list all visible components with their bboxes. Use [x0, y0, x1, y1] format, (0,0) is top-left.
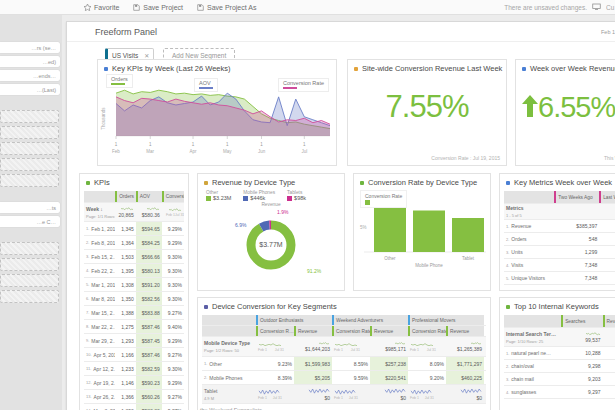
table-row[interactable]: 1.Revenue$385,397	[504, 220, 615, 233]
sidebar-item-placeholder[interactable]	[0, 258, 59, 271]
sidebar-item[interactable]: …e C…	[0, 216, 60, 227]
column-header[interactable]: Conversion R…	[256, 326, 294, 336]
save-project-button[interactable]: Save Project	[133, 4, 183, 11]
sidebar-item[interactable]: …ed)	[0, 56, 60, 67]
svg-text:Mobile Phone: Mobile Phone	[415, 263, 443, 268]
donut-chart[interactable]: $3.77M91.2%6.9%1.9%	[201, 207, 341, 281]
table-row[interactable]: 12.Apr 19, 2…1,146$590.239.29%	[84, 376, 184, 390]
card-bullet	[204, 181, 208, 185]
pinned-row[interactable]: Tablet4.9 MFeb 1Jul 31$0Feb 1Jul 31$0Feb…	[202, 385, 486, 404]
row-header[interactable]: Week ↓Page: 1/1 Rows: 15	[84, 203, 115, 221]
sidebar-item-placeholder[interactable]	[0, 126, 59, 139]
table-row[interactable]: 1.Feb 1, 20151,345$594.659.29%	[84, 222, 184, 236]
footnote: Conversion Rate : Jul 19, 2015	[431, 155, 500, 161]
top-toolbar: Favorite Save Project Save Project As Th…	[0, 0, 615, 15]
column-header[interactable]: AOV	[136, 191, 162, 202]
segment-group-header[interactable]: Professional Movers	[408, 315, 484, 325]
svg-text:1: 1	[192, 142, 195, 147]
table-row[interactable]: 10.Apr 5, 20151,166$587.469.27%	[84, 348, 184, 362]
summary-cell: 20,865	[115, 203, 135, 221]
column-header[interactable]: Revenue	[603, 315, 615, 327]
panel-date-range[interactable]: Feb 1, 2015 - Jul 31, 2015	[601, 29, 615, 35]
y-axis-label: Thousands	[101, 102, 106, 136]
row-header[interactable]: Internal Search Ter…Page: 1/10 Rows: 25	[504, 328, 561, 346]
table-row[interactable]: 2.chain/oval9,298	[504, 360, 615, 373]
table-row[interactable]: 4.Visits7,348	[504, 259, 615, 272]
sparkline	[410, 389, 432, 396]
sidebar-item-placeholder[interactable]	[0, 110, 59, 123]
sidebar-item[interactable]: …(Last)	[0, 84, 60, 95]
summary-cell: Feb 1Jul 31	[162, 203, 184, 221]
column-header[interactable]: Searches	[561, 315, 602, 327]
area-chart[interactable]: 1Feb1Mar1Apr1May1Jun1Jul	[108, 84, 334, 162]
card-key-kpis: Key KPIs by Week (Last 26 Weeks) Thousan…	[97, 59, 337, 166]
card-bullet	[360, 181, 364, 185]
column-header[interactable]: Conversion Rate	[408, 326, 446, 336]
column-header[interactable]: Conversion R…	[162, 191, 184, 202]
sidebar-item-placeholder[interactable]	[0, 174, 59, 187]
column-header[interactable]: Revenue	[370, 326, 408, 336]
sidebar-item-placeholder[interactable]	[0, 158, 59, 171]
donut-legend-item[interactable]: Other$3.23M	[206, 190, 231, 201]
save-project-as-button[interactable]: Save Project As	[197, 4, 256, 11]
table-row[interactable]: 5.Mar 1, 20151,308$591.209.30%	[84, 278, 184, 292]
sidebar-item[interactable]: …ts	[0, 202, 60, 213]
segment-group-header[interactable]: Outdoor Enthusiasts	[256, 315, 332, 325]
favorite-button[interactable]: Favorite	[84, 4, 119, 11]
svg-text:Tablet: Tablet	[462, 256, 475, 261]
table-row[interactable]: 3.chain mail9,203	[504, 373, 615, 386]
table-row[interactable]: 3.Units1,299	[504, 246, 615, 259]
summary-cell: Feb 1Jul 31	[332, 337, 370, 356]
row-header[interactable]: Mobile Device TypePage: 1/2 Rows: 50	[202, 337, 256, 356]
chart-legend-item[interactable]: Conversion Rate	[278, 78, 329, 92]
table-row[interactable]: 13.Apr 26, 2…1,366$560.269.27%	[84, 390, 184, 404]
summary-cell: $1,644,203	[294, 337, 332, 356]
table-row[interactable]: 1.natural pearl ne…10,288	[504, 347, 615, 360]
segment-group-header[interactable]: Weekend Adventurers	[332, 315, 408, 325]
column-header[interactable]: Revenue	[446, 326, 484, 336]
card-kpis-table: KPIs OrdersAOVConversion R…Week ↓Page: 1…	[79, 173, 189, 410]
chart-legend-item[interactable]: Orders	[106, 74, 133, 88]
table-row[interactable]: 2.Orders548	[504, 233, 615, 246]
summary-cell: Feb 1Jul 31	[256, 337, 294, 356]
column-header[interactable]: Revenue	[294, 326, 332, 336]
svg-text:Apr: Apr	[190, 149, 198, 154]
sidebar-item-placeholder[interactable]	[0, 274, 59, 287]
favorite-label: Favorite	[94, 4, 119, 11]
sidebar-item[interactable]: …rs (se…	[0, 42, 60, 53]
panel-title: Freeform Panel	[95, 27, 157, 37]
column-header[interactable]: Conversion Rate	[332, 326, 370, 336]
svg-text:5%: 5%	[360, 225, 367, 230]
svg-text:$3.77M: $3.77M	[259, 241, 283, 248]
table-row[interactable]: 5.Unique Visitors7,348	[504, 272, 615, 285]
card-bullet	[354, 67, 358, 71]
donut-legend-item[interactable]: Mobile Phones$446k	[243, 190, 275, 201]
sidebar-item-placeholder[interactable]	[0, 242, 59, 255]
column-header[interactable]: Last Week	[599, 191, 615, 203]
table-row[interactable]: 2.Mobile Phones8.39%$5,2059.59%$220,5419…	[202, 371, 486, 385]
table-row[interactable]: 9.Mar 29, 2…1,293$587.459.29%	[84, 334, 184, 348]
table-row[interactable]: 4.Feb 22, 2…1,395$580.139.30%	[84, 264, 184, 278]
column-header[interactable]: Two Weeks Ago	[554, 191, 599, 203]
donut-legend-item[interactable]: Tablets$98k	[287, 190, 306, 201]
card-revenue-by-device: Revenue by Device Type Other$3.23MMobile…	[197, 173, 345, 291]
sidebar-item-placeholder[interactable]	[0, 290, 59, 303]
table-row[interactable]: 8.Mar 22, 2…1,275$587.469.40%	[84, 320, 184, 334]
column-header-spacer	[504, 191, 554, 203]
svg-text:Jul: Jul	[301, 149, 307, 154]
add-segment-label: Add New Segment	[172, 52, 226, 59]
column-header[interactable]: Orders	[115, 191, 135, 202]
close-icon[interactable]: ✕	[144, 52, 149, 59]
table-row[interactable]: 1.Other9.23%$1,599,9838.59%$257,2388.09%…	[202, 357, 486, 371]
table-row[interactable]: 14.May 3, 20…1,390$583.309.27%	[84, 404, 184, 410]
table-row[interactable]: 6.Mar 8, 20151,350$582.569.30%	[84, 292, 184, 306]
table-row[interactable]: 2.Feb 8, 20151,364$584.259.29%	[84, 236, 184, 250]
table-row[interactable]: 7.Mar 15, 2…1,388$583.889.27%	[84, 306, 184, 320]
table-row[interactable]: 3.Feb 15, 2…1,503$566.669.30%	[84, 250, 184, 264]
monitor-icon[interactable]	[592, 3, 601, 11]
sidebar-item-placeholder[interactable]	[0, 142, 59, 155]
table-row[interactable]: 11.Apr 12, 2…1,233$582.599.30%	[84, 362, 184, 376]
sidebar-item[interactable]: …ends…	[0, 70, 60, 81]
table-row[interactable]: 4.sunglasses9,297	[504, 386, 615, 399]
chart-legend-item[interactable]: AOV	[194, 78, 218, 92]
